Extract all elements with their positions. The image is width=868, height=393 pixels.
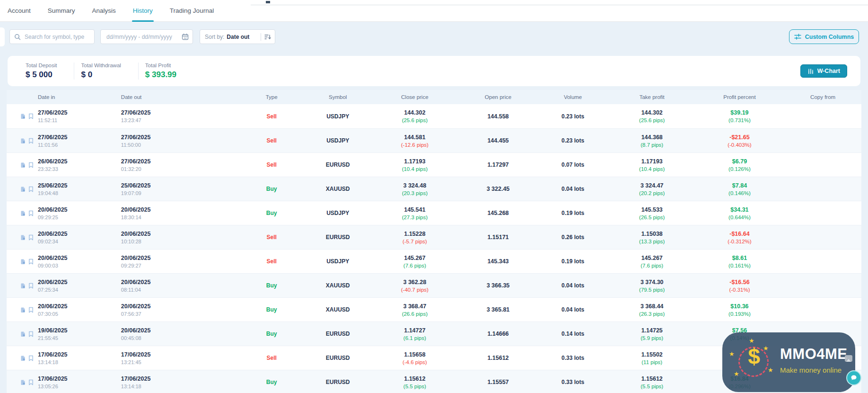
search-icon (14, 34, 21, 40)
bookmark-icon[interactable] (28, 355, 34, 361)
note-icon[interactable] (20, 234, 26, 241)
note-icon[interactable] (20, 113, 26, 119)
tab-trading-journal[interactable]: Trading Journal (170, 0, 214, 22)
note-icon[interactable] (20, 331, 26, 337)
custom-columns-button[interactable]: Custom Columns (789, 29, 859, 44)
bookmark-icon[interactable] (28, 379, 34, 385)
bookmark-icon[interactable] (28, 331, 34, 337)
cell-type: Buy (237, 322, 306, 346)
cell-symbol: EURUSD (306, 225, 370, 249)
bookmark-icon[interactable] (28, 138, 34, 144)
search-input[interactable] (24, 33, 99, 41)
date-range-box[interactable]: 12 (100, 29, 193, 44)
note-icon[interactable] (20, 283, 26, 289)
stat-total-profit: Total Profit $ 393.99 (139, 63, 193, 80)
bookmark-icon[interactable] (28, 307, 34, 313)
chat-bubble-icon (850, 374, 858, 382)
cell-take-profit: 144.302(25.6 pips) (609, 104, 695, 128)
cell-open-price: 1.15171 (460, 225, 537, 249)
search-box[interactable] (9, 29, 95, 44)
cell-type: Buy (237, 201, 306, 225)
cell-volume: 0.04 lots (536, 298, 609, 322)
cell-profit-percent: $10.36 (0.193%) (695, 298, 785, 322)
note-icon[interactable] (20, 210, 26, 216)
chat-button[interactable] (846, 370, 861, 385)
cell-date-in: 17/06/202513:05:26 (7, 370, 109, 393)
bookmark-icon[interactable] (28, 234, 34, 241)
cell-copy-from (784, 274, 861, 297)
note-icon[interactable] (20, 259, 26, 265)
cell-volume: 0.04 lots (536, 177, 609, 201)
table-row[interactable]: 20/06/202509:29:25 20/06/202518:30:14 Bu… (7, 201, 861, 225)
table-row[interactable]: 20/06/202507:30:05 20/06/202507:56:37 Bu… (7, 297, 861, 322)
table-row[interactable]: 20/06/202509:00:03 20/06/202509:29:27 Se… (7, 249, 861, 273)
cell-take-profit: 144.368(8.7 pips) (609, 129, 695, 152)
table-row[interactable]: 20/06/202507:25:34 20/06/202508:11:04 Bu… (7, 273, 861, 297)
note-icon[interactable] (20, 379, 26, 385)
sort-direction-icon[interactable] (264, 34, 271, 40)
cell-date-in: 25/06/202519:04:48 (7, 177, 109, 201)
sort-by-value: Date out (227, 34, 249, 40)
cell-symbol: EURUSD (306, 346, 370, 370)
cell-close-price: 3 324.48(20.3 pips) (370, 177, 460, 201)
note-icon[interactable] (20, 355, 26, 361)
cell-close-price: 144.302(25.6 pips) (370, 104, 460, 128)
calendar-icon[interactable]: 12 (182, 33, 189, 40)
bar-chart-icon (807, 68, 814, 74)
cell-copy-from (784, 250, 861, 273)
cell-date-in: 20/06/202507:25:34 (7, 274, 109, 297)
note-icon[interactable] (20, 307, 26, 313)
table-row[interactable]: 26/06/202523:32:33 27/06/202501:32:20 Se… (7, 152, 861, 177)
cell-symbol: USDJPY (306, 129, 370, 152)
cell-date-out: 20/06/202518:30:14 (109, 201, 237, 225)
cell-symbol: USDJPY (306, 104, 370, 128)
column-header-date-in: Date in (7, 94, 109, 100)
cell-profit-percent: -$16.56 (-0.31%) (695, 274, 785, 297)
column-header-profit-percent: Profit percent (695, 94, 785, 100)
tab-summary[interactable]: Summary (48, 0, 75, 22)
note-icon[interactable] (20, 186, 26, 192)
cell-profit-percent: $34.31 (0.644%) (695, 201, 785, 225)
star-icon: ★ (749, 337, 754, 344)
bookmark-icon[interactable] (28, 210, 34, 216)
total-withdrawal-value: $ 0 (81, 70, 121, 80)
cell-date-out: 27/06/202513:23:47 (109, 104, 237, 128)
table-row[interactable]: 25/06/202519:04:48 25/06/202519:07:09 Bu… (7, 177, 861, 201)
table-row[interactable]: 27/06/202511:52:11 27/06/202513:23:47 Se… (7, 104, 861, 128)
bookmark-icon[interactable] (28, 259, 34, 265)
star-icon: ★ (729, 350, 735, 357)
cell-date-out: 17/06/202513:14:18 (109, 370, 237, 393)
note-icon[interactable] (20, 162, 26, 168)
cell-date-out: 20/06/202508:11:04 (109, 274, 237, 297)
cell-profit-percent: -$21.65 (-0.403%) (695, 129, 785, 152)
cell-take-profit: 1.15502(11 pips) (609, 346, 695, 370)
table-row[interactable]: 20/06/202509:02:34 20/06/202510:10:28 Se… (7, 225, 861, 249)
column-header-volume: Volume (536, 94, 609, 100)
date-range-input[interactable] (105, 33, 182, 41)
sort-by-dropdown[interactable]: Sort by: Date out (200, 29, 275, 44)
cell-open-price: 145.268 (460, 201, 537, 225)
bookmark-icon[interactable] (28, 113, 34, 119)
star-icon: ★ (768, 366, 773, 374)
cell-date-out: 20/06/202507:56:37 (109, 298, 237, 322)
bookmark-icon[interactable] (28, 186, 34, 192)
cell-close-price: 3 362.28(-40.7 pips) (370, 274, 460, 297)
cell-close-price: 145.267(7.6 pips) (370, 250, 460, 273)
cell-open-price: 144.558 (460, 104, 537, 128)
bookmark-icon[interactable] (28, 283, 34, 289)
cell-profit-percent: $6.79 (0.126%) (695, 153, 785, 177)
cell-date-out: 27/06/202511:50:00 (109, 129, 237, 152)
tab-account[interactable]: Account (8, 0, 31, 22)
cell-symbol: USDJPY (306, 250, 370, 273)
cell-date-out: 27/06/202501:32:20 (109, 153, 237, 177)
tab-analysis[interactable]: Analysis (92, 0, 116, 22)
note-icon[interactable] (20, 138, 26, 144)
stat-total-deposit: Total Deposit $ 5 000 (19, 63, 74, 80)
table-row[interactable]: 27/06/202511:01:56 27/06/202511:50:00 Se… (7, 128, 861, 152)
tab-history[interactable]: History (133, 0, 153, 22)
wchart-button[interactable]: W-Chart (800, 64, 847, 78)
bookmark-icon[interactable] (28, 162, 34, 168)
total-withdrawal-label: Total Withdrawal (81, 63, 121, 68)
left-panel-edge (0, 27, 5, 46)
watermark-logo: $ ★ ★ ★ ★ ★ MMO4ME Make money online (722, 332, 855, 392)
